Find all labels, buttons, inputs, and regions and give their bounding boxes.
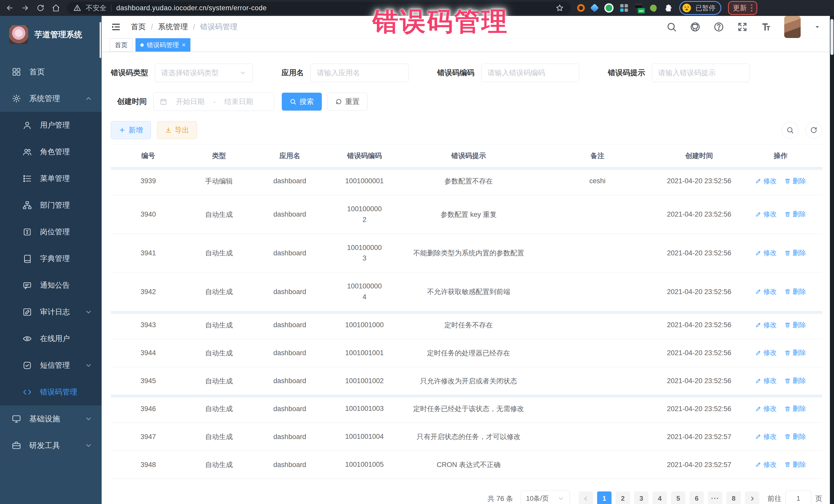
edit-link[interactable]: 修改: [755, 432, 777, 441]
sidebar-scrollbar-thumb[interactable]: [100, 22, 101, 58]
sidebar-item-在线用户[interactable]: 在线用户: [0, 325, 102, 352]
extension-icon[interactable]: [649, 4, 657, 12]
search-icon[interactable]: [666, 22, 677, 32]
sidebar-item-部门管理[interactable]: 部门管理: [0, 192, 102, 219]
extension-icon[interactable]: [577, 4, 585, 12]
delete-link[interactable]: 删除: [785, 248, 806, 257]
delete-link[interactable]: 删除: [785, 177, 806, 185]
edit-link[interactable]: 修改: [755, 376, 777, 385]
app-name-input[interactable]: [317, 69, 402, 77]
sidebar-logo-row[interactable]: 芋道管理系统: [0, 16, 102, 52]
font-size-icon[interactable]: [761, 22, 771, 32]
browser-profile-chip[interactable]: 已暂停: [679, 1, 721, 15]
bookmark-star-icon[interactable]: [555, 3, 564, 13]
refresh-icon[interactable]: [805, 122, 822, 138]
reload-icon[interactable]: [36, 3, 45, 13]
breadcrumb-item[interactable]: 首页: [131, 22, 146, 32]
edit-link[interactable]: 修改: [755, 321, 777, 329]
edit-link[interactable]: 修改: [755, 287, 777, 296]
page-size-select[interactable]: 10条/页: [521, 491, 570, 504]
sidebar-item-系统管理[interactable]: 系统管理: [0, 85, 102, 112]
error-code-input[interactable]: [487, 69, 573, 77]
page-button-6[interactable]: 6: [689, 491, 704, 504]
security-label[interactable]: 不安全: [86, 3, 107, 13]
edit-link[interactable]: 修改: [755, 348, 777, 357]
delete-link[interactable]: 删除: [785, 376, 806, 385]
sidebar-item-字典管理[interactable]: 字典管理: [0, 245, 102, 272]
url-text[interactable]: dashboard.yudao.iocoder.cn/system/error-…: [116, 4, 267, 12]
avatar-caret-down-icon[interactable]: [813, 23, 821, 31]
create-time-range-picker[interactable]: 开始日期 - 结束日期: [153, 92, 274, 111]
sidebar-item-通知公告[interactable]: 通知公告: [0, 272, 102, 299]
table-row[interactable]: 3947自动生成dashboard1001001004只有开启状态的任务，才可以…: [111, 423, 822, 451]
page-button-3[interactable]: 3: [634, 491, 649, 504]
close-icon[interactable]: ×: [182, 42, 185, 48]
sidebar-item-短信管理[interactable]: 短信管理: [0, 352, 102, 379]
window-scrollbar[interactable]: [830, 16, 834, 504]
table-row[interactable]: 3943自动生成dashboard1001001000定时任务不存在2021-0…: [111, 311, 822, 339]
sidebar-item-审计日志[interactable]: 审计日志: [0, 299, 102, 325]
edit-link[interactable]: 修改: [755, 210, 777, 219]
forward-icon[interactable]: [21, 3, 30, 13]
kebab-menu-icon[interactable]: [751, 4, 752, 12]
puzzle-extension-icon[interactable]: [663, 3, 673, 13]
edit-link[interactable]: 修改: [755, 460, 777, 469]
search-button[interactable]: 搜索: [282, 93, 322, 111]
page-button-2[interactable]: 2: [616, 491, 630, 504]
breadcrumb-item[interactable]: 系统管理: [158, 22, 188, 32]
edit-link[interactable]: 修改: [755, 248, 777, 257]
toggle-search-icon[interactable]: [782, 122, 798, 138]
page-button-5[interactable]: 5: [671, 491, 685, 504]
table-row[interactable]: 3940自动生成dashboard100100000 2参数配置 key 重复2…: [111, 195, 822, 234]
table-row[interactable]: 3941自动生成dashboard100100000 3不能删除类型为系统内置的…: [111, 234, 822, 272]
table-row[interactable]: 3942自动生成dashboard100100000 4不允许获取敏感配置到前端…: [111, 272, 822, 311]
prev-page-button[interactable]: [579, 491, 593, 504]
delete-link[interactable]: 删除: [785, 404, 806, 413]
sidebar-item-岗位管理[interactable]: 岗位管理: [0, 219, 102, 245]
delete-link[interactable]: 删除: [785, 210, 806, 219]
page-button-1[interactable]: 1: [597, 491, 612, 504]
export-button[interactable]: 导出: [157, 121, 197, 139]
user-avatar[interactable]: [784, 16, 800, 38]
home-browser-icon[interactable]: [51, 3, 61, 13]
table-row[interactable]: 3939手动编辑dashboard1001000001参数配置不存在ceshi2…: [111, 167, 822, 195]
sidebar-item-首页[interactable]: 首页: [0, 59, 102, 85]
delete-link[interactable]: 删除: [785, 460, 806, 469]
delete-link[interactable]: 删除: [785, 287, 806, 296]
table-row[interactable]: 3948自动生成dashboard1001001005CRON 表达式不正确20…: [111, 451, 822, 479]
window-scrollbar-thumb[interactable]: [830, 19, 833, 55]
sidebar-item-角色管理[interactable]: 角色管理: [0, 138, 102, 165]
tab-错误码管理[interactable]: 错误码管理×: [135, 38, 191, 51]
page-ellipsis[interactable]: ···: [708, 491, 722, 504]
sidebar-item-研发工具[interactable]: 研发工具: [0, 432, 102, 459]
sidebar-item-基础设施[interactable]: 基础设施: [0, 406, 102, 432]
delete-link[interactable]: 删除: [785, 321, 806, 329]
address-bar[interactable]: 不安全 dashboard.yudao.iocoder.cn/system/er…: [67, 2, 571, 14]
delete-link[interactable]: 删除: [785, 348, 806, 357]
error-type-select[interactable]: 请选择错误码类型: [155, 64, 253, 82]
page-button-8[interactable]: 8: [726, 491, 741, 504]
browser-update-button[interactable]: 更新: [728, 1, 757, 15]
sidebar-item-菜单管理[interactable]: 菜单管理: [0, 165, 102, 192]
sidebar-item-用户管理[interactable]: 用户管理: [0, 112, 102, 138]
table-row[interactable]: 3944自动生成dashboard1001001001定时任务的处理器已经存在2…: [111, 339, 822, 367]
delete-link[interactable]: 删除: [785, 432, 806, 441]
hamburger-icon[interactable]: [111, 22, 121, 32]
edit-link[interactable]: 修改: [755, 404, 777, 413]
github-icon[interactable]: [690, 22, 701, 32]
help-icon[interactable]: [714, 22, 724, 32]
sidebar-item-错误码管理[interactable]: 错误码管理: [0, 379, 102, 406]
reset-button[interactable]: 重置: [327, 93, 368, 111]
back-icon[interactable]: [5, 3, 14, 13]
table-row[interactable]: 3945自动生成dashboard1001001002只允许修改为开启或者关闭状…: [111, 367, 822, 395]
add-button[interactable]: 新增: [111, 121, 151, 139]
goto-page-input[interactable]: [786, 491, 811, 504]
error-hint-input[interactable]: [658, 69, 743, 77]
next-page-button[interactable]: [745, 491, 759, 504]
table-row[interactable]: 3946自动生成dashboard1001001003定时任务已经处于该状态，无…: [111, 395, 822, 423]
tab-首页[interactable]: 首页: [110, 38, 132, 51]
fullscreen-icon[interactable]: [737, 22, 748, 32]
extension-icon[interactable]: on: [635, 4, 643, 12]
page-button-4[interactable]: 4: [653, 491, 667, 504]
extension-icon[interactable]: [604, 3, 614, 13]
